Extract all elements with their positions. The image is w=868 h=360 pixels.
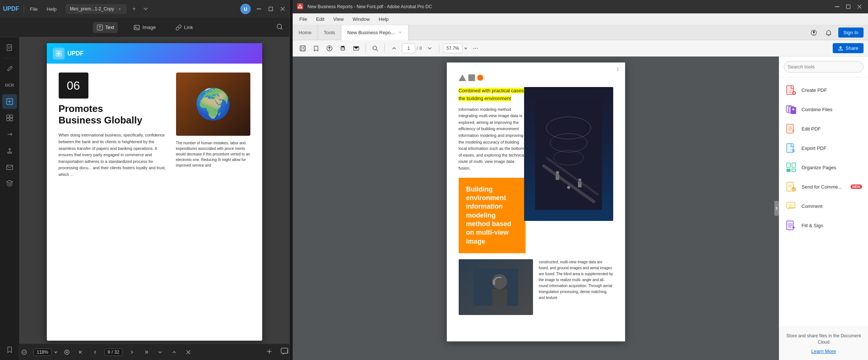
acrobat-sign-in-btn[interactable]: Sign In [838, 28, 864, 38]
updf-image-tool[interactable]: Image [130, 22, 159, 33]
updf-text-tool[interactable]: Text [93, 22, 118, 33]
sidebar-convert-icon[interactable] [2, 127, 17, 142]
fill-sign-label: Fill & Sign [802, 223, 823, 228]
sidebar-ocr-icon[interactable]: OCR [2, 78, 17, 93]
globe-icon: 🌍 [195, 87, 232, 122]
svg-rect-24 [281, 348, 288, 353]
sidebar-mail-icon[interactable] [2, 160, 17, 174]
acrobat-minimize[interactable] [833, 3, 841, 11]
sidebar-pages-icon[interactable] [2, 40, 17, 55]
acrobat-file-menu[interactable]: File [296, 15, 311, 23]
updf-title-divider [24, 4, 24, 13]
close-btn[interactable] [183, 347, 193, 357]
updf-link-tool[interactable]: Link [172, 22, 197, 33]
acrobat-window-menu[interactable]: Window [349, 15, 373, 23]
updf-help-menu[interactable]: Help [44, 5, 60, 13]
acrobat-zoom-input[interactable] [443, 44, 462, 53]
svg-point-46 [567, 186, 570, 189]
promo-learn-more-link[interactable]: Learn More [785, 348, 862, 354]
acrobat-notifications-btn[interactable] [823, 28, 834, 38]
acrobat-doc-tab[interactable]: New Business Repo... × [341, 25, 409, 40]
sidebar-annotate-icon[interactable] [2, 94, 17, 109]
tools-search-input[interactable] [784, 61, 864, 73]
tool-combine-files[interactable]: Combine Files [779, 100, 868, 119]
building-svg [535, 98, 602, 210]
acrobat-print-btn[interactable] [337, 43, 348, 54]
acrobat-page-down-btn[interactable] [424, 43, 435, 54]
acrobat-bookmark-btn[interactable] [311, 43, 322, 54]
pdf-logo-text: UPDF [68, 50, 84, 57]
pdf-number-box: 06 [59, 73, 88, 99]
tool-fill-sign[interactable]: Fill & Sign [779, 216, 868, 235]
scroll-up-btn[interactable] [169, 347, 179, 357]
zoom-value[interactable]: 118% [33, 348, 52, 356]
tool-organize-pages[interactable]: Organize Pages [779, 158, 868, 177]
send-comment-label: Send for Comme... [802, 184, 842, 190]
zoom-in-btn[interactable] [62, 347, 72, 357]
updf-minimize[interactable] [255, 5, 263, 13]
acrobat-help-menu[interactable]: Help [375, 15, 393, 23]
sidebar-bookmark-icon[interactable] [2, 342, 17, 357]
acrobat-help-btn[interactable] [809, 28, 819, 38]
svg-line-38 [376, 49, 378, 51]
tool-edit-pdf[interactable]: Edit PDF [779, 119, 868, 138]
acrobat-save-btn[interactable] [297, 43, 308, 54]
tool-export-pdf[interactable]: Export PDF [779, 138, 868, 158]
acrobat-page-input[interactable] [402, 44, 415, 53]
acrobat-page-up-btn[interactable] [389, 43, 400, 54]
ai-btn[interactable] [264, 346, 274, 358]
pdf-logo-icon [53, 48, 65, 60]
page-last-btn[interactable] [141, 347, 151, 357]
acrobat-home-tab[interactable]: Home [293, 25, 318, 40]
acrobat-more-btn[interactable]: ··· [470, 43, 481, 54]
acrobat-email-btn[interactable] [351, 43, 362, 54]
comment-icon [785, 200, 797, 212]
image-tool-label: Image [142, 25, 156, 30]
updf-tab-overflow[interactable] [142, 4, 150, 14]
tool-create-pdf[interactable]: Create PDF [779, 80, 868, 100]
updf-file-menu[interactable]: File [27, 5, 41, 13]
page-first-btn[interactable] [76, 347, 86, 357]
updf-add-tab[interactable]: + [130, 4, 139, 13]
acrobat-pdf-viewer[interactable]: 1 Combined with practical cases, the bui… [293, 57, 779, 360]
zoom-out-btn[interactable] [19, 347, 29, 357]
acrobat-upload-btn[interactable] [324, 43, 335, 54]
pdf-body-text: When doing international business, speci… [59, 132, 167, 178]
updf-tab-close[interactable]: × [117, 6, 122, 12]
viewer-collapse-handle[interactable] [774, 201, 779, 216]
acrobat-edit-menu[interactable]: Edit [312, 15, 328, 23]
acrobat-tools-tab[interactable]: Tools [318, 25, 341, 40]
share-label: Share [845, 45, 858, 51]
zoom-dropdown-icon[interactable] [464, 46, 468, 50]
sidebar-share-icon[interactable] [2, 143, 17, 158]
edit-pdf-label: Edit PDF [802, 126, 821, 132]
updf-user-avatar[interactable]: U [240, 4, 251, 14]
chat-btn[interactable] [280, 347, 289, 357]
acrobat-maximize[interactable] [844, 3, 852, 11]
sidebar-edit-icon[interactable] [2, 61, 17, 76]
scroll-down-btn[interactable] [155, 347, 165, 357]
acrobat-close[interactable] [855, 3, 864, 11]
page-indicator: 9 / 32 [104, 348, 123, 356]
updf-main-area: OCR [0, 37, 289, 360]
toolbar-sep-2 [384, 44, 385, 53]
updf-doc-tab[interactable]: Mes_prem...1-2_Copy × [65, 4, 127, 14]
page-prev-btn[interactable] [90, 347, 100, 357]
updf-close[interactable] [279, 5, 286, 13]
updf-window-controls: U [240, 4, 286, 14]
acrobat-search-btn[interactable] [370, 43, 381, 54]
sidebar-layers-icon[interactable] [2, 176, 17, 191]
sidebar-organize-icon[interactable] [2, 110, 17, 125]
updf-maximize[interactable] [267, 5, 274, 13]
acrobat-view-menu[interactable]: View [329, 15, 347, 23]
tool-comment[interactable]: Comment [779, 196, 868, 216]
acrobat-main-content: 1 Combined with practical cases, the bui… [293, 57, 868, 360]
updf-search-btn[interactable] [276, 23, 283, 32]
tool-send-comment[interactable]: Send for Comme... NEW [779, 177, 868, 196]
organize-pages-icon [785, 161, 797, 173]
acrobat-share-btn[interactable]: Share [833, 43, 864, 53]
acrobat-doc-tab-close[interactable]: × [398, 30, 402, 35]
doc-body-text: Combined with practical cases, the build… [459, 87, 526, 103]
page-next-btn[interactable] [127, 347, 137, 357]
combine-files-icon [785, 103, 797, 115]
